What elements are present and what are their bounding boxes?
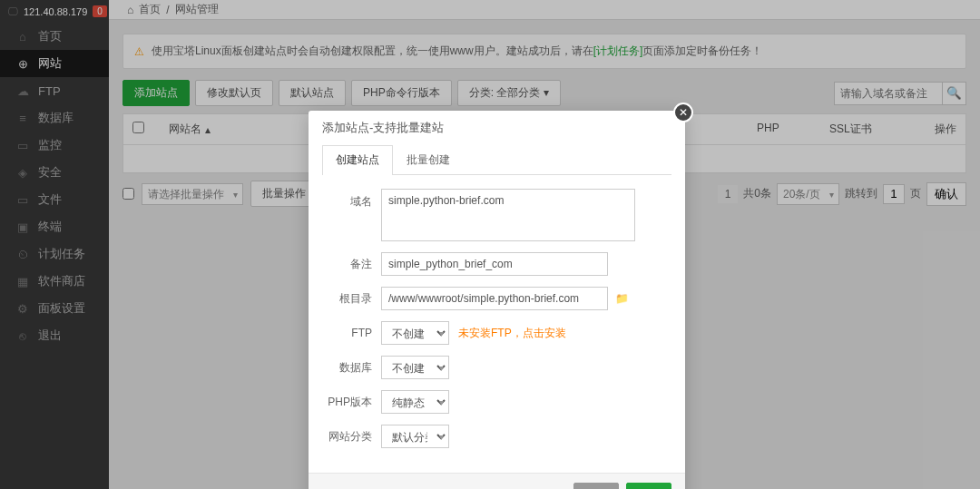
cancel-button[interactable]: 取消 <box>573 483 619 489</box>
note-input[interactable] <box>381 252 608 276</box>
modal-footer: 取消 提交 <box>309 473 685 489</box>
php-select[interactable]: 纯静态 <box>381 390 449 414</box>
db-label: 数据库 <box>322 360 381 376</box>
ftp-hint[interactable]: 未安装FTP，点击安装 <box>458 326 566 341</box>
domain-input[interactable]: simple.python-brief.com <box>381 189 635 241</box>
modal-title: 添加站点-支持批量建站 <box>309 111 685 145</box>
root-input[interactable] <box>381 287 608 310</box>
cat-label: 网站分类 <box>322 429 381 445</box>
db-select[interactable]: 不创建 <box>381 356 449 379</box>
add-site-modal: ✕ 添加站点-支持批量建站 创建站点 批量创建 域名 simple.python… <box>309 111 685 489</box>
root-label: 根目录 <box>322 291 381 307</box>
ftp-label: FTP <box>322 327 381 339</box>
tab-create[interactable]: 创建站点 <box>322 145 393 175</box>
modal-tabs: 创建站点 批量创建 <box>322 145 671 175</box>
category-select[interactable]: 默认分类 <box>381 425 449 448</box>
submit-button[interactable]: 提交 <box>626 483 671 489</box>
note-label: 备注 <box>322 257 381 272</box>
ftp-select[interactable]: 不创建 <box>381 321 449 345</box>
php-label: PHP版本 <box>322 395 381 410</box>
close-icon[interactable]: ✕ <box>673 103 693 122</box>
domain-label: 域名 <box>322 189 381 210</box>
tab-batch[interactable]: 批量创建 <box>393 145 464 174</box>
folder-browse-icon[interactable]: 📁 <box>615 292 629 305</box>
